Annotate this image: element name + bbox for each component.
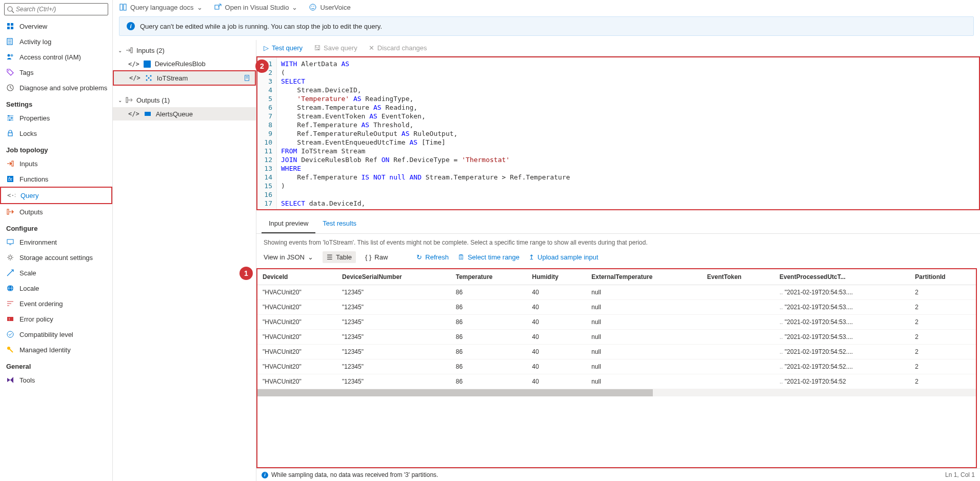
log-icon	[6, 37, 14, 46]
table-cell: null	[586, 330, 702, 345]
nav-storage[interactable]: Storage account settings	[0, 250, 112, 265]
ql-docs-link[interactable]: Query language docs ⌄	[119, 3, 203, 11]
calendar-icon: 🗓	[458, 253, 465, 261]
globe-icon	[6, 284, 14, 292]
nav-compatibility[interactable]: Compatibility level	[0, 327, 112, 342]
table-cell: "12345"	[337, 359, 451, 374]
tab-input-preview[interactable]: Input preview	[262, 214, 315, 233]
view-table-button[interactable]: ☰Table	[323, 251, 356, 263]
code-area[interactable]: WITH AlertData AS(SELECT Stream.DeviceID…	[277, 57, 979, 209]
svg-rect-4	[7, 27, 10, 29]
col-header[interactable]: PartitionId	[910, 269, 976, 285]
table-cell: "HVACUnit20"	[257, 300, 337, 315]
nav-locale[interactable]: Locale	[0, 280, 112, 296]
nav-label: Event ordering	[19, 300, 63, 308]
nav-functions[interactable]: fxFunctions	[0, 171, 112, 187]
nav-locks[interactable]: Locks	[0, 126, 112, 141]
open-vs-link[interactable]: Open in Visual Studio ⌄	[214, 3, 298, 11]
table-row[interactable]: "HVACUnit20""12345"8640null.. "2021-02-1…	[257, 374, 976, 389]
nav-iam[interactable]: Access control (IAM)	[0, 49, 112, 65]
col-header[interactable]: ExternalTemperature	[586, 269, 702, 285]
lock-icon	[6, 129, 14, 137]
refresh-button[interactable]: ↻Refresh	[416, 253, 449, 261]
table-cell: "12345"	[337, 300, 451, 315]
table-row[interactable]: "HVACUnit20""12345"8640null.. "2021-02-1…	[257, 300, 976, 315]
nav-label: Inputs	[19, 160, 37, 168]
tree-item-alertsqueue[interactable]: </>AlertsQueue	[113, 107, 256, 121]
table-row[interactable]: "HVACUnit20""12345"8640null.. "2021-02-1…	[257, 345, 976, 359]
table-cell	[702, 300, 774, 315]
scale-icon	[6, 269, 14, 277]
tree-inputs-header[interactable]: ⌄Inputs (2)	[113, 43, 256, 57]
chevron-down-icon: ⌄	[292, 4, 297, 11]
close-icon: ✕	[369, 44, 374, 52]
overview-icon	[6, 22, 14, 30]
nav-scale[interactable]: Scale	[0, 265, 112, 280]
code-icon: </>	[128, 61, 139, 68]
test-query-button[interactable]: ▷Test query	[264, 44, 303, 52]
col-header[interactable]: DeviceSerialNumber	[337, 269, 451, 285]
inputs-icon	[6, 159, 14, 168]
nav-outputs[interactable]: Outputs	[0, 204, 112, 219]
vs-icon	[6, 376, 14, 384]
table-row[interactable]: "HVACUnit20""12345"8640null.. "2021-02-1…	[257, 359, 976, 374]
view-json-button[interactable]: View in JSON ⌄	[264, 253, 313, 261]
nav-overview[interactable]: Overview	[0, 18, 112, 34]
nav-tools[interactable]: Tools	[0, 372, 112, 388]
nav-environment[interactable]: Environment	[0, 234, 112, 250]
svg-point-47	[150, 75, 151, 77]
select-time-button[interactable]: 🗓Select time range	[458, 253, 519, 261]
svg-rect-25	[7, 209, 9, 214]
table-cell: "HVACUnit20"	[257, 359, 337, 374]
tree-outputs-header[interactable]: ⌄Outputs (1)	[113, 93, 256, 107]
horizontal-scrollbar[interactable]	[257, 389, 976, 396]
nav-error-policy[interactable]: !Error policy	[0, 311, 112, 327]
tree-item-devicerules[interactable]: </>DeviceRulesBlob	[113, 57, 256, 70]
tab-test-results[interactable]: Test results	[315, 214, 364, 233]
table-cell: 86	[451, 330, 527, 345]
query-editor[interactable]: 1234567891011121314151617 WITH AlertData…	[256, 56, 980, 210]
nav-label: Outputs	[19, 208, 43, 216]
table-row[interactable]: "HVACUnit20""12345"8640null.. "2021-02-1…	[257, 330, 976, 345]
col-header[interactable]: DeviceId	[257, 269, 337, 285]
table-cell: .. "2021-02-19T20:54:52	[774, 374, 910, 389]
nav-label: Environment	[19, 238, 57, 246]
col-header[interactable]: Temperature	[451, 269, 527, 285]
svg-rect-26	[7, 239, 13, 244]
nav-diagnose[interactable]: Diagnose and solve problems	[0, 80, 112, 95]
table-cell: 40	[527, 285, 587, 300]
status-text: While sampling data, no data was receive…	[271, 471, 438, 478]
nav-activity-log[interactable]: Activity log	[0, 34, 112, 49]
view-raw-button[interactable]: { }Raw	[365, 253, 388, 261]
nav-managed-identity[interactable]: Managed Identity	[0, 342, 112, 357]
svg-rect-2	[7, 23, 10, 26]
tree-item-iotstream[interactable]: </>IoTStream	[113, 70, 256, 86]
nav-properties[interactable]: Properties	[0, 110, 112, 126]
preview-hint: Showing events from 'IoTStream'. This li…	[256, 234, 980, 249]
col-header[interactable]: EventProcessedUtcT...	[774, 269, 910, 285]
nav-inputs[interactable]: Inputs	[0, 156, 112, 171]
search-input[interactable]	[4, 3, 108, 15]
annotation-badge-2: 2	[255, 59, 269, 73]
table-cell	[702, 374, 774, 389]
table-cell: 40	[527, 374, 587, 389]
upload-sample-button[interactable]: ↥Upload sample input	[529, 253, 598, 261]
table-cell: "HVACUnit20"	[257, 315, 337, 330]
svg-rect-39	[120, 4, 123, 10]
svg-rect-35	[7, 317, 13, 321]
nav-query[interactable]: <·>Query	[0, 187, 112, 204]
svg-point-49	[150, 79, 151, 81]
col-header[interactable]: Humidity	[527, 269, 587, 285]
nav-event-ordering[interactable]: Event ordering	[0, 296, 112, 311]
col-header[interactable]: EventToken	[702, 269, 774, 285]
save-icon: 🖫	[314, 44, 321, 52]
uservoice-link[interactable]: UserVoice	[309, 3, 350, 11]
chevron-down-icon: ⌄	[118, 97, 122, 103]
result-tabs: Input preview Test results	[256, 214, 980, 234]
table-cell: .. "2021-02-19T20:54:52....	[774, 345, 910, 359]
section-settings: Settings	[0, 95, 112, 110]
main-pane: Query language docs ⌄ Open in Visual Stu…	[113, 0, 980, 481]
nav-tags[interactable]: Tags	[0, 65, 112, 80]
table-row[interactable]: "HVACUnit20""12345"8640null.. "2021-02-1…	[257, 315, 976, 330]
table-row[interactable]: "HVACUnit20""12345"8640null.. "2021-02-1…	[257, 285, 976, 300]
